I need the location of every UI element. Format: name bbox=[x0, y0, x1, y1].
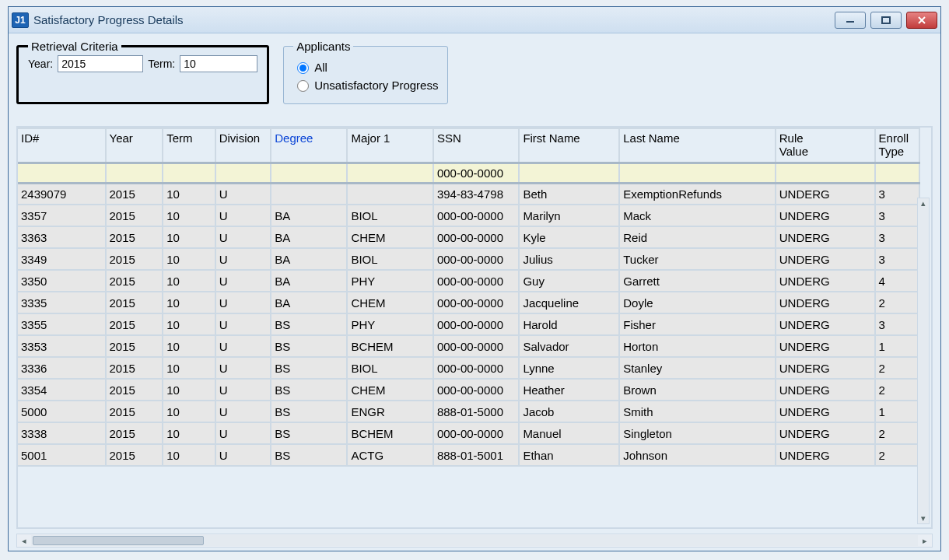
hscroll-thumb[interactable] bbox=[33, 536, 204, 545]
cell-enroll[interactable]: 2 bbox=[875, 357, 919, 379]
cell-year[interactable]: 2015 bbox=[106, 313, 163, 335]
cell-ssn[interactable]: 000-00-0000 bbox=[433, 422, 519, 444]
cell-ssn[interactable]: 000-00-0000 bbox=[433, 270, 519, 292]
cell-division[interactable]: U bbox=[215, 248, 271, 270]
cell-rule[interactable]: UNDERG bbox=[776, 292, 875, 313]
cell-ssn[interactable]: 000-00-0000 bbox=[433, 248, 519, 270]
cell-major1[interactable]: BIOL bbox=[347, 205, 432, 226]
cell-ssn[interactable]: 000-00-0000 bbox=[433, 226, 519, 248]
cell-degree[interactable] bbox=[271, 183, 347, 205]
scroll-left-icon[interactable]: ◂ bbox=[17, 534, 31, 547]
cell-rule[interactable]: UNDERG bbox=[776, 183, 875, 205]
table-row[interactable]: 2439079201510U394-83-4798BethExemptionRe… bbox=[18, 183, 919, 205]
cell-rule[interactable]: UNDERG bbox=[776, 205, 875, 226]
cell-ssn[interactable]: 000-00-0000 bbox=[433, 357, 519, 379]
cell-ssn[interactable]: 000-00-0000 bbox=[433, 335, 519, 357]
cell-enroll[interactable]: 2 bbox=[875, 444, 919, 466]
cell-first[interactable]: Lynne bbox=[519, 357, 619, 379]
cell-id[interactable]: 2439079 bbox=[18, 183, 106, 205]
cell-major1[interactable]: PHY bbox=[347, 313, 432, 335]
column-header-id[interactable]: ID# bbox=[18, 128, 106, 163]
cell-degree[interactable]: BA bbox=[271, 226, 347, 248]
cell-first[interactable] bbox=[519, 163, 619, 183]
cell-major1[interactable]: ENGR bbox=[347, 401, 432, 422]
cell-degree[interactable]: BS bbox=[271, 335, 347, 357]
filter-row[interactable]: 000-00-0000 bbox=[18, 163, 919, 183]
cell-term[interactable]: 10 bbox=[163, 422, 215, 444]
cell-first[interactable]: Ethan bbox=[519, 444, 619, 466]
cell-major1[interactable]: CHEM bbox=[347, 379, 432, 401]
cell-ssn[interactable]: 000-00-0000 bbox=[433, 163, 519, 183]
term-input[interactable] bbox=[180, 55, 257, 72]
cell-rule[interactable]: UNDERG bbox=[776, 357, 875, 379]
scroll-right-icon[interactable]: ▸ bbox=[918, 534, 932, 547]
column-header-division[interactable]: Division bbox=[215, 128, 271, 163]
cell-year[interactable] bbox=[106, 163, 163, 183]
cell-id[interactable]: 3355 bbox=[18, 313, 106, 335]
cell-degree[interactable]: BA bbox=[271, 248, 347, 270]
cell-ssn[interactable]: 000-00-0000 bbox=[433, 313, 519, 335]
cell-year[interactable]: 2015 bbox=[106, 205, 163, 226]
applicants-unsat-option[interactable]: Unsatisfactory Progress bbox=[293, 78, 438, 92]
cell-major1[interactable] bbox=[347, 183, 432, 205]
scroll-down-icon[interactable]: ▾ bbox=[921, 513, 926, 523]
table-row[interactable]: 3350201510UBAPHY000-00-0000GuyGarrettUND… bbox=[18, 270, 919, 292]
cell-year[interactable]: 2015 bbox=[106, 401, 163, 422]
cell-enroll[interactable]: 1 bbox=[875, 401, 919, 422]
table-row[interactable]: 3355201510UBSPHY000-00-0000HaroldFisherU… bbox=[18, 313, 919, 335]
cell-degree[interactable]: BS bbox=[271, 313, 347, 335]
cell-degree[interactable] bbox=[271, 163, 347, 183]
cell-division[interactable] bbox=[215, 163, 271, 183]
cell-rule[interactable]: UNDERG bbox=[776, 401, 875, 422]
cell-term[interactable]: 10 bbox=[163, 248, 215, 270]
cell-term[interactable]: 10 bbox=[163, 379, 215, 401]
cell-first[interactable]: Jacqueline bbox=[519, 292, 619, 313]
cell-last[interactable] bbox=[619, 163, 775, 183]
cell-year[interactable]: 2015 bbox=[106, 270, 163, 292]
cell-degree[interactable]: BS bbox=[271, 422, 347, 444]
cell-last[interactable]: Stanley bbox=[619, 357, 775, 379]
cell-year[interactable]: 2015 bbox=[106, 226, 163, 248]
cell-division[interactable]: U bbox=[215, 422, 271, 444]
cell-id[interactable]: 3357 bbox=[18, 205, 106, 226]
cell-major1[interactable]: CHEM bbox=[347, 292, 432, 313]
cell-id[interactable]: 3354 bbox=[18, 379, 106, 401]
cell-year[interactable]: 2015 bbox=[106, 357, 163, 379]
cell-degree[interactable]: BS bbox=[271, 379, 347, 401]
cell-division[interactable]: U bbox=[215, 292, 271, 313]
cell-first[interactable]: Guy bbox=[519, 270, 619, 292]
cell-major1[interactable]: CHEM bbox=[347, 226, 432, 248]
titlebar[interactable]: J1 Satisfactory Progress Details bbox=[9, 7, 940, 33]
cell-enroll[interactable]: 3 bbox=[875, 226, 919, 248]
cell-year[interactable]: 2015 bbox=[106, 335, 163, 357]
cell-last[interactable]: Doyle bbox=[619, 292, 775, 313]
cell-last[interactable]: Johnson bbox=[619, 444, 775, 466]
cell-ssn[interactable]: 000-00-0000 bbox=[433, 292, 519, 313]
cell-year[interactable]: 2015 bbox=[106, 292, 163, 313]
table-row[interactable]: 5000201510UBSENGR888-01-5000JacobSmithUN… bbox=[18, 401, 919, 422]
column-header-last[interactable]: Last Name bbox=[619, 128, 775, 163]
cell-ssn[interactable]: 000-00-0000 bbox=[433, 379, 519, 401]
table-row[interactable]: 3349201510UBABIOL000-00-0000JuliusTucker… bbox=[18, 248, 919, 270]
cell-last[interactable]: Brown bbox=[619, 379, 775, 401]
cell-year[interactable]: 2015 bbox=[106, 379, 163, 401]
cell-enroll[interactable]: 3 bbox=[875, 183, 919, 205]
cell-term[interactable]: 10 bbox=[163, 401, 215, 422]
cell-first[interactable]: Julius bbox=[519, 248, 619, 270]
cell-last[interactable]: Mack bbox=[619, 205, 775, 226]
cell-degree[interactable]: BS bbox=[271, 401, 347, 422]
cell-rule[interactable]: UNDERG bbox=[776, 335, 875, 357]
cell-id[interactable]: 5000 bbox=[18, 401, 106, 422]
cell-enroll[interactable] bbox=[875, 163, 919, 183]
cell-division[interactable]: U bbox=[215, 270, 271, 292]
cell-rule[interactable] bbox=[776, 163, 875, 183]
cell-degree[interactable]: BS bbox=[271, 444, 347, 466]
data-grid[interactable]: ID#YearTermDivisionDegreeMajor 1SSNFirst… bbox=[16, 126, 933, 529]
cell-first[interactable]: Heather bbox=[519, 379, 619, 401]
cell-id[interactable]: 5001 bbox=[18, 444, 106, 466]
cell-rule[interactable]: UNDERG bbox=[776, 379, 875, 401]
cell-degree[interactable]: BA bbox=[271, 270, 347, 292]
cell-major1[interactable]: PHY bbox=[347, 270, 432, 292]
maximize-button[interactable] bbox=[870, 12, 902, 29]
column-header-ssn[interactable]: SSN bbox=[433, 128, 519, 163]
